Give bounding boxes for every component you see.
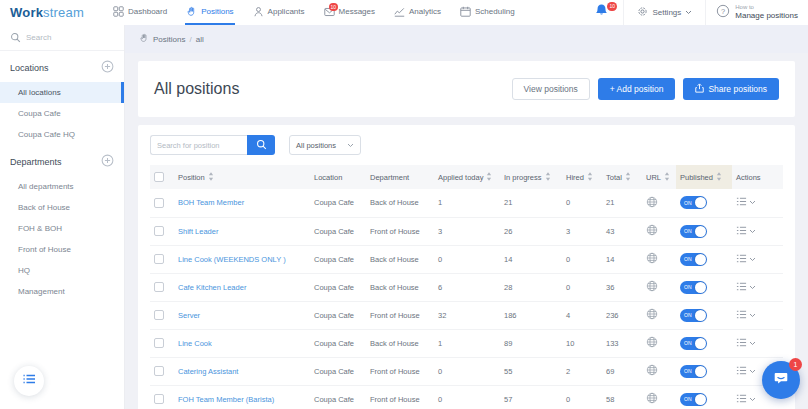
row-checkbox[interactable] bbox=[154, 366, 164, 376]
globe-icon[interactable] bbox=[646, 369, 658, 378]
quick-list-button[interactable] bbox=[14, 366, 44, 396]
chat-badge: 1 bbox=[789, 358, 802, 371]
sort-icon[interactable] bbox=[664, 174, 670, 183]
globe-icon[interactable] bbox=[646, 229, 658, 238]
chevron-down-icon bbox=[685, 8, 692, 17]
row-checkbox[interactable] bbox=[154, 282, 164, 292]
in-progress-cell: 26 bbox=[500, 217, 562, 245]
position-link[interactable]: Shift Leader bbox=[178, 227, 218, 236]
position-link[interactable]: BOH Team Member bbox=[178, 198, 244, 207]
row-checkbox[interactable] bbox=[154, 394, 164, 404]
globe-icon[interactable] bbox=[646, 201, 658, 210]
add-location-icon[interactable] bbox=[101, 60, 114, 75]
table-row: Cafe Kitchen Leader Coupa Cafe Back of H… bbox=[150, 273, 783, 301]
sidebar-location-item[interactable]: Coupa Cafe HQ bbox=[0, 124, 124, 145]
published-toggle[interactable]: ON bbox=[680, 365, 707, 378]
globe-icon[interactable] bbox=[646, 257, 658, 266]
sort-icon[interactable] bbox=[587, 174, 593, 183]
nav-item-scheduling[interactable]: Scheduling bbox=[459, 0, 516, 25]
chat-widget-button[interactable]: 1 bbox=[762, 361, 800, 399]
published-toggle[interactable]: ON bbox=[680, 196, 707, 209]
table-row: FOH Team Member (Barista) Coupa Cafe Fro… bbox=[150, 385, 783, 409]
sidebar-location-item[interactable]: Coupa Cafe bbox=[0, 103, 124, 124]
positions-table: Position Location Department Applied tod… bbox=[150, 165, 783, 409]
globe-icon[interactable] bbox=[646, 285, 658, 294]
row-actions-button[interactable] bbox=[736, 337, 779, 350]
nav-item-positions[interactable]: Positions bbox=[185, 0, 234, 25]
row-checkbox[interactable] bbox=[154, 310, 164, 320]
published-toggle[interactable]: ON bbox=[680, 393, 707, 406]
col-total[interactable]: Total bbox=[602, 165, 642, 189]
row-actions-button[interactable] bbox=[736, 253, 779, 266]
col-position[interactable]: Position bbox=[174, 165, 310, 189]
position-link[interactable]: Cafe Kitchen Leader bbox=[178, 283, 246, 292]
nav-item-applicants[interactable]: Applicants bbox=[252, 0, 306, 25]
notifications-button[interactable]: 10 bbox=[580, 0, 623, 25]
row-checkbox[interactable] bbox=[154, 254, 164, 264]
row-actions-button[interactable] bbox=[736, 309, 779, 322]
locations-list: All locations Coupa Cafe Coupa Cafe HQ bbox=[0, 82, 124, 145]
row-actions-button[interactable] bbox=[736, 225, 779, 238]
sort-icon[interactable] bbox=[545, 174, 551, 183]
positions-filter-dropdown[interactable]: All positions bbox=[289, 135, 361, 155]
published-toggle[interactable]: ON bbox=[680, 225, 707, 238]
toggle-knob bbox=[695, 226, 706, 237]
row-actions-button[interactable] bbox=[736, 281, 779, 294]
add-department-icon[interactable] bbox=[101, 154, 114, 169]
applied-today-cell: 0 bbox=[434, 385, 500, 409]
row-checkbox[interactable] bbox=[154, 198, 164, 208]
search-button[interactable] bbox=[247, 135, 275, 155]
row-checkbox[interactable] bbox=[154, 338, 164, 348]
position-link[interactable]: Catering Assistant bbox=[178, 367, 238, 376]
position-link[interactable]: Server bbox=[178, 311, 200, 320]
sort-icon[interactable] bbox=[625, 174, 631, 183]
col-published[interactable]: Published bbox=[676, 165, 732, 189]
list-icon bbox=[22, 372, 36, 390]
total-cell: 133 bbox=[602, 329, 642, 357]
position-link[interactable]: Line Cook (WEEKENDS ONLY ) bbox=[178, 255, 286, 264]
sidebar-department-item[interactable]: Management bbox=[0, 281, 124, 302]
nav-item-analytics[interactable]: Analytics bbox=[393, 0, 442, 25]
sidebar-search-input[interactable] bbox=[26, 33, 114, 42]
total-cell: 58 bbox=[602, 385, 642, 409]
position-link[interactable]: Line Cook bbox=[178, 339, 212, 348]
sort-icon[interactable] bbox=[486, 174, 492, 183]
col-hired[interactable]: Hired bbox=[562, 165, 602, 189]
help-menu[interactable]: ? How to Manage positions bbox=[705, 0, 808, 25]
department-label: HQ bbox=[18, 266, 30, 275]
published-toggle[interactable]: ON bbox=[680, 281, 707, 294]
sidebar-department-item[interactable]: All departments bbox=[0, 176, 124, 197]
sidebar-department-item[interactable]: FOH & BOH bbox=[0, 218, 124, 239]
nav-item-messages[interactable]: 10 Messages bbox=[323, 0, 376, 25]
globe-icon[interactable] bbox=[646, 397, 658, 406]
sidebar-department-item[interactable]: Back of House bbox=[0, 197, 124, 218]
position-search-input[interactable] bbox=[150, 135, 247, 155]
sidebar-location-item[interactable]: All locations bbox=[0, 82, 124, 103]
share-positions-button[interactable]: Share positions bbox=[683, 78, 779, 100]
add-position-button[interactable]: + Add position bbox=[598, 78, 676, 100]
workstream-logo[interactable]: Workstream bbox=[10, 5, 112, 20]
row-checkbox[interactable] bbox=[154, 226, 164, 236]
breadcrumb-root[interactable]: Positions bbox=[153, 35, 185, 44]
published-toggle[interactable]: ON bbox=[680, 253, 707, 266]
nav-item-dashboard[interactable]: Dashboard bbox=[112, 0, 168, 25]
settings-menu[interactable]: Settings bbox=[623, 0, 705, 25]
globe-icon[interactable] bbox=[646, 341, 658, 350]
applied-today-cell: 6 bbox=[434, 273, 500, 301]
col-applied-today[interactable]: Applied today bbox=[434, 165, 500, 189]
published-toggle[interactable]: ON bbox=[680, 337, 707, 350]
location-cell: Coupa Cafe bbox=[310, 217, 366, 245]
col-in-progress[interactable]: In progress bbox=[500, 165, 562, 189]
view-positions-button[interactable]: View positions bbox=[512, 78, 590, 100]
col-url[interactable]: URL bbox=[642, 165, 676, 189]
sort-icon[interactable] bbox=[208, 174, 214, 183]
row-actions-button[interactable] bbox=[736, 196, 779, 209]
sidebar-department-item[interactable]: Front of House bbox=[0, 239, 124, 260]
sort-icon[interactable] bbox=[716, 174, 722, 183]
select-all-checkbox[interactable] bbox=[154, 172, 164, 182]
globe-icon[interactable] bbox=[646, 313, 658, 322]
location-cell: Coupa Cafe bbox=[310, 301, 366, 329]
sidebar-department-item[interactable]: HQ bbox=[0, 260, 124, 281]
published-toggle[interactable]: ON bbox=[680, 309, 707, 322]
position-link[interactable]: FOH Team Member (Barista) bbox=[178, 395, 274, 404]
